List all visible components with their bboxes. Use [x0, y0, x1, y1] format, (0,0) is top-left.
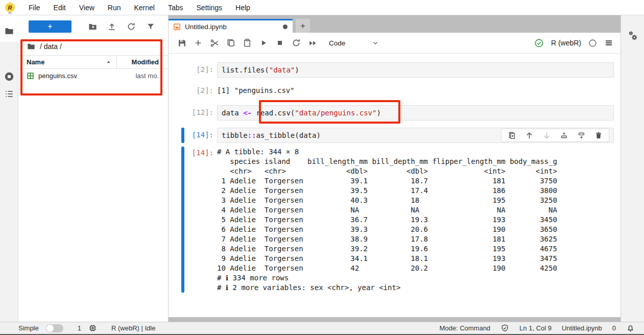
input-prompt: [2]:	[184, 62, 217, 78]
right-sidebar-strip	[621, 15, 644, 322]
run-cell-icon[interactable]	[255, 36, 272, 50]
name-column-header[interactable]: Name	[27, 58, 116, 66]
code-cell-read-csv: [12]: data <- read.csv("data/penguins.cs…	[181, 105, 614, 121]
output-prompt: [2]:	[184, 85, 217, 96]
kernel-sessions-chip-icon[interactable]	[88, 324, 97, 332]
code-editor[interactable]: data <- read.csv("data/penguins.csv")	[217, 105, 614, 121]
file-browser-toolbar: +	[18, 15, 168, 38]
tibble-output-text: # A tibble: 344 × 8 species island bill_…	[217, 147, 557, 293]
menu-view[interactable]: View	[73, 0, 101, 15]
tab-untitled-ipynb[interactable]: Untitled.ipynb	[169, 19, 293, 33]
new-tab-button[interactable]: +	[296, 19, 310, 33]
chevron-down-icon	[372, 39, 379, 46]
terminal-count[interactable]: 1	[78, 324, 81, 332]
simple-mode-label: Simple	[18, 324, 39, 332]
table-of-contents-icon[interactable]	[0, 85, 18, 103]
sort-ascending-icon	[106, 59, 111, 65]
active-file-name: Untitled.ipynb	[562, 324, 602, 332]
file-row-penguins-csv[interactable]: penguins.csv last mo.	[18, 69, 168, 82]
menu-kernel[interactable]: Kernel	[127, 0, 161, 15]
insert-cell-above-icon[interactable]	[560, 131, 568, 140]
input-prompt: [12]:	[184, 105, 217, 121]
kernel-status-text[interactable]: R (webR) | Idle	[111, 324, 155, 332]
upload-icon[interactable]	[102, 20, 122, 33]
output-text: [1] "penguins.csv"	[217, 85, 295, 96]
cut-cells-icon[interactable]	[206, 36, 223, 50]
refresh-icon[interactable]	[122, 20, 141, 33]
run-all-cells-icon[interactable]	[304, 36, 321, 50]
kernel-switcher[interactable]: R (webR)	[551, 39, 581, 47]
hamburger-menu-icon[interactable]	[604, 38, 613, 47]
copy-cells-icon[interactable]	[223, 36, 239, 50]
bell-icon[interactable]	[626, 324, 635, 332]
menu-help[interactable]: Help	[229, 0, 257, 15]
paste-cells-icon[interactable]	[239, 36, 255, 50]
notebook-toolbar: Code R (webR)	[169, 33, 621, 54]
menu-file[interactable]: File	[22, 0, 47, 15]
trusted-check-icon	[534, 38, 544, 48]
output-area-list-files: [2]: [1] "penguins.csv"	[181, 85, 614, 96]
file-name: penguins.csv	[38, 72, 77, 80]
menu-run[interactable]: Run	[101, 0, 128, 15]
webr-logo-icon: R	[5, 3, 15, 12]
code-editor[interactable]: list.files("data")	[217, 62, 614, 78]
code-editor-active[interactable]: tibble::as_tibble(data)	[217, 128, 614, 143]
new-folder-icon[interactable]	[83, 20, 102, 33]
breadcrumb[interactable]: / data /	[18, 38, 168, 55]
property-inspector-gears-icon[interactable]	[624, 27, 642, 45]
file-browser-tab-icon[interactable]	[0, 22, 18, 40]
filter-icon[interactable]	[141, 20, 160, 33]
restart-kernel-icon[interactable]	[288, 36, 304, 50]
code-cell-as-tibble: [14]: tibble::as_tibble(data)	[181, 128, 614, 143]
notebook-file-icon	[173, 23, 181, 31]
duplicate-cell-icon[interactable]	[508, 131, 516, 140]
output-area-tibble: [14]: # A tibble: 344 × 8 species island…	[181, 147, 614, 293]
save-icon[interactable]	[174, 36, 190, 50]
csv-file-icon	[27, 72, 34, 80]
file-modified: last mo.	[135, 72, 168, 80]
delete-cell-icon[interactable]	[594, 131, 603, 139]
tab-bar: Untitled.ipynb +	[169, 15, 621, 33]
insert-cell-icon[interactable]	[190, 36, 206, 50]
insert-cell-below-icon[interactable]	[577, 131, 586, 140]
output-prompt-active: [14]:	[184, 147, 217, 293]
toggle-knob	[46, 325, 54, 332]
cell-toolbar	[501, 129, 609, 142]
menu-settings[interactable]: Settings	[190, 0, 229, 15]
modified-column-header[interactable]: Modified	[116, 56, 168, 68]
cursor-position[interactable]: Ln 1, Col 9	[519, 324, 552, 332]
status-bar: Simple 1 R (webR) | Idle Mode: Command L…	[0, 322, 644, 335]
move-cell-up-icon[interactable]	[525, 131, 534, 140]
menu-edit[interactable]: Edit	[47, 0, 73, 15]
breadcrumb-path: / data /	[40, 42, 62, 51]
input-prompt-active: [14]:	[184, 128, 217, 143]
notebook-content: [2]: list.files("data") [2]: [1] "pengui…	[169, 54, 621, 317]
simple-mode-toggle[interactable]	[46, 324, 63, 332]
tab-title: Untitled.ipynb	[185, 23, 227, 31]
trust-shield-icon[interactable]	[500, 324, 509, 332]
notification-count[interactable]: 0	[612, 324, 616, 332]
file-browser-panel: + / data / Name Modified penguins.csv la…	[18, 15, 169, 322]
file-list-header: Name Modified	[18, 55, 168, 69]
menu-tabs[interactable]: Tabs	[161, 0, 190, 15]
new-launcher-button[interactable]: +	[29, 20, 71, 33]
unsaved-changes-dot[interactable]	[283, 25, 288, 29]
menu-bar: R File Edit View Run Kernel Tabs Setting…	[0, 0, 644, 15]
running-kernels-icon[interactable]	[0, 67, 18, 86]
left-activity-bar	[0, 15, 18, 322]
command-mode-indicator: Mode: Command	[439, 324, 490, 332]
folder-icon	[27, 42, 36, 51]
interrupt-kernel-icon[interactable]	[272, 36, 288, 50]
move-cell-down-icon[interactable]	[542, 131, 551, 140]
main-dock-panel: Untitled.ipynb +	[169, 15, 621, 322]
kernel-idle-indicator-icon[interactable]	[588, 39, 597, 47]
code-cell-list-files: [2]: list.files("data")	[181, 62, 614, 78]
cell-type-dropdown[interactable]: Code	[329, 39, 379, 47]
